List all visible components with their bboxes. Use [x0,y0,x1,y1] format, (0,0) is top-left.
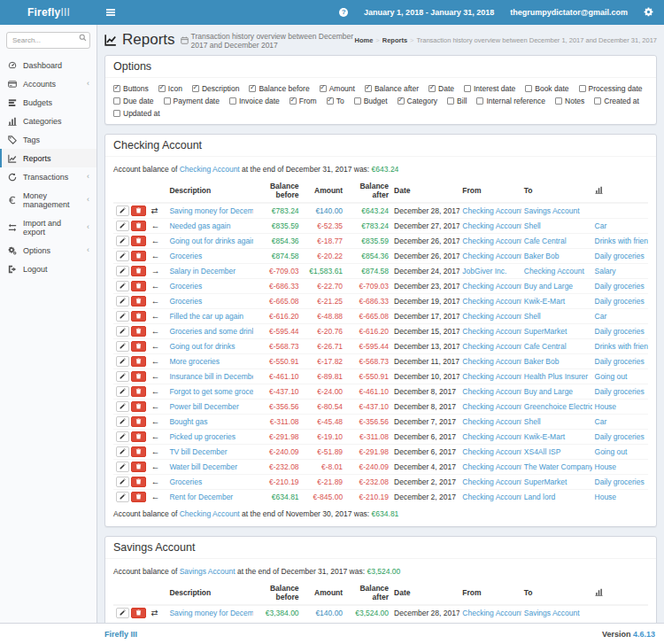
from-account-link[interactable]: Checking Account [462,312,521,321]
edit-button[interactable] [116,431,129,442]
from-account-link[interactable]: Checking Account [462,372,521,381]
sidebar-item-options[interactable]: Options‹ [0,241,97,260]
option-checkbox-balance-before[interactable]: Balance before [249,84,309,93]
transaction-link[interactable]: Picked up groceries [169,432,235,441]
edit-button[interactable] [116,401,129,412]
from-account-link[interactable]: Checking Account [462,387,521,396]
sidebar-item-transactions[interactable]: Transactions‹ [0,167,97,186]
option-checkbox-bill[interactable]: Bill [447,97,467,105]
edit-button[interactable] [116,281,129,291]
option-checkbox-invoice-date[interactable]: Invoice date [229,97,280,105]
edit-button[interactable] [116,311,129,322]
category-link[interactable]: Car [595,312,607,321]
category-link[interactable]: Daily groceries [595,387,645,396]
category-link[interactable]: House [595,462,617,471]
to-account-link[interactable]: Baker Bob [524,252,560,260]
category-link[interactable]: Daily groceries [595,282,645,291]
delete-button[interactable] [131,386,146,397]
from-account-link[interactable]: Checking Account [462,402,521,411]
sidebar-item-dashboard[interactable]: Dashboard [0,56,97,74]
transaction-link[interactable]: Rent for December [169,493,233,501]
to-account-link[interactable]: Shell [524,221,541,230]
from-account-link[interactable]: Checking Account [462,447,521,456]
checkbox-icon[interactable] [398,97,405,105]
transaction-link[interactable]: Saving money for December [169,609,253,617]
category-link[interactable]: Going out [595,372,628,381]
to-account-link[interactable]: Health Plus Insurer [524,372,588,381]
to-account-link[interactable]: Shell [524,312,541,321]
checkbox-icon[interactable] [476,97,483,105]
from-account-link[interactable]: Checking Account [462,342,521,351]
sidebar-item-reports[interactable]: Reports [0,149,97,167]
option-checkbox-buttons[interactable]: Buttons [113,84,149,93]
category-link[interactable]: House [595,493,617,501]
sidebar-item-money-management[interactable]: Money management‹ [0,186,97,213]
option-checkbox-created-at[interactable]: Created at [594,97,639,105]
option-checkbox-icon[interactable]: Icon [158,84,182,93]
category-link[interactable]: Car [595,417,607,426]
from-account-link[interactable]: Checking Account [462,252,521,260]
from-account-link[interactable]: Checking Account [462,297,521,306]
edit-button[interactable] [116,296,129,306]
checkbox-icon[interactable] [579,85,586,92]
transaction-link[interactable]: Power bill December [169,402,238,411]
delete-button[interactable] [131,311,146,322]
checkbox-icon[interactable] [447,97,454,105]
to-account-link[interactable]: SuperMarket [524,477,567,486]
sidebar-item-accounts[interactable]: Accounts‹ [0,74,97,93]
edit-button[interactable] [116,462,129,472]
category-link[interactable]: Salary [595,267,616,275]
checking-account-link[interactable]: Checking Account [180,165,240,174]
category-link[interactable]: House [595,402,617,411]
option-checkbox-payment-date[interactable]: Payment date [164,97,220,105]
help-button[interactable]: ? [339,8,348,17]
delete-button[interactable] [131,326,146,337]
checkbox-icon[interactable] [464,85,471,92]
checkbox-icon[interactable] [113,110,120,117]
to-account-link[interactable]: Greenchoice Electricity [524,402,592,411]
to-account-link[interactable]: Cafe Central [524,342,567,351]
to-account-link[interactable]: SuperMarket [524,327,567,336]
delete-button[interactable] [131,416,146,427]
option-checkbox-description[interactable]: Description [192,84,240,93]
from-account-link[interactable]: JobGiver Inc. [462,267,506,275]
delete-button[interactable] [131,492,146,502]
category-link[interactable]: Drinks with friends [595,237,648,245]
delete-button[interactable] [131,462,146,472]
checkbox-icon[interactable] [113,85,120,92]
category-link[interactable]: Daily groceries [595,477,645,486]
from-account-link[interactable]: Checking Account [462,493,521,501]
delete-button[interactable] [131,266,146,276]
option-checkbox-due-date[interactable]: Due date [113,97,154,105]
option-checkbox-balance-after[interactable]: Balance after [365,84,419,93]
option-checkbox-category[interactable]: Category [398,97,438,105]
checkbox-icon[interactable] [594,97,601,105]
from-account-link[interactable]: Checking Account [462,237,521,245]
transaction-link[interactable]: Going out for drinks [169,342,235,351]
sidebar-item-tags[interactable]: Tags [0,130,97,149]
option-checkbox-amount[interactable]: Amount [320,84,355,93]
option-checkbox-budget[interactable]: Budget [354,97,388,105]
user-email-menu[interactable]: thegrumpydictator@gmail.com [510,8,628,17]
delete-button[interactable] [131,401,146,412]
date-range-button[interactable]: January 1, 2018 - January 31, 2018 [364,8,494,17]
checkbox-icon[interactable] [365,85,372,92]
transaction-link[interactable]: Groceries [169,252,202,260]
checkbox-icon[interactable] [249,85,256,92]
to-account-link[interactable]: Cafe Central [524,237,567,245]
to-account-link[interactable]: Baker Bob [524,357,560,366]
option-checkbox-to[interactable]: To [327,97,344,105]
edit-button[interactable] [116,446,129,457]
from-account-link[interactable]: Checking Account [462,327,521,336]
delete-button[interactable] [131,371,146,382]
from-account-link[interactable]: Checking Account [462,462,521,471]
option-checkbox-book-date[interactable]: Book date [525,84,568,93]
edit-button[interactable] [116,416,129,427]
option-checkbox-date[interactable]: Date [429,84,454,93]
category-link[interactable]: Drinks with friends [595,342,648,351]
to-account-link[interactable]: Checking Account [524,267,584,275]
checkbox-icon[interactable] [555,97,562,105]
transaction-link[interactable]: Groceries [169,282,202,291]
category-link[interactable]: Going out [595,447,628,456]
settings-button[interactable] [644,7,653,19]
